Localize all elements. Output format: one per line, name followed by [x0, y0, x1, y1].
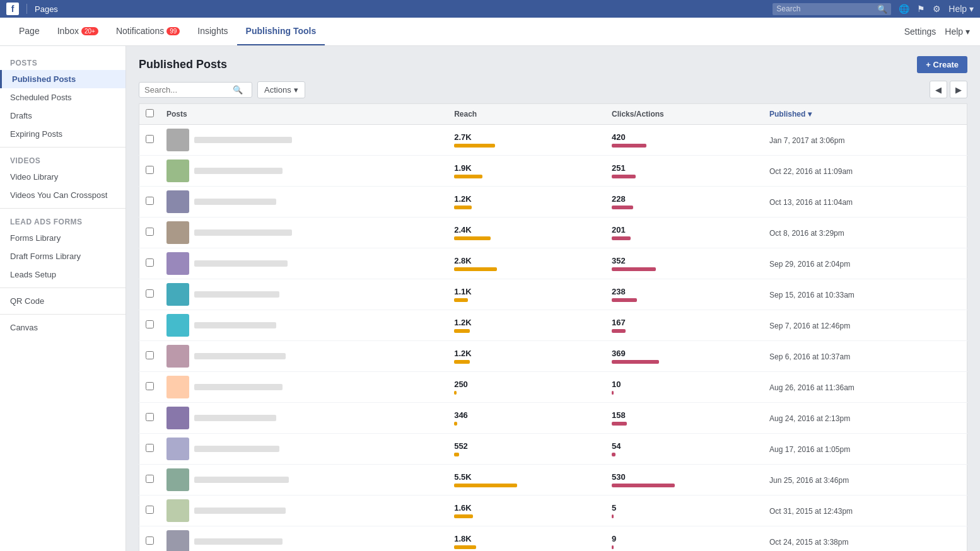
- date-cell: Oct 8, 2016 at 3:29pm: [763, 218, 967, 248]
- global-search-icon[interactable]: 🔍: [877, 4, 887, 14]
- global-search-bar[interactable]: 🔍: [773, 3, 891, 15]
- nav-item-notifications[interactable]: Notifications 99: [107, 18, 189, 45]
- row-checkbox-cell[interactable]: [139, 341, 161, 372]
- sidebar-divider-4: [0, 314, 125, 315]
- global-search-input[interactable]: [776, 4, 877, 13]
- post-thumbnail: [166, 407, 189, 429]
- post-text: [194, 199, 276, 205]
- row-checkbox-cell[interactable]: [139, 156, 161, 187]
- clicks-bar: [612, 453, 615, 456]
- date-cell: Sep 7, 2016 at 12:46pm: [763, 310, 967, 341]
- row-checkbox-cell[interactable]: [139, 403, 161, 434]
- row-checkbox[interactable]: [146, 506, 154, 514]
- published-date: Oct 8, 2016 at 3:29pm: [769, 229, 844, 238]
- post-text: [194, 446, 279, 452]
- clicks-value: 10: [612, 380, 757, 389]
- sidebar-item-qr-code[interactable]: QR Code: [0, 292, 125, 310]
- clicks-cell: 54: [605, 434, 763, 465]
- globe-icon[interactable]: 🌐: [899, 4, 909, 14]
- published-column-header[interactable]: Published ▾: [763, 104, 967, 125]
- reach-cell: 346: [448, 403, 605, 434]
- post-text: [194, 353, 286, 359]
- row-checkbox-cell[interactable]: [139, 465, 161, 496]
- reach-cell: 2.8K: [448, 248, 605, 279]
- sidebar-item-leads-setup[interactable]: Leads Setup: [0, 265, 125, 284]
- post-thumbnail: [166, 345, 189, 368]
- clicks-value: 5: [612, 503, 757, 513]
- row-checkbox-cell[interactable]: [139, 496, 161, 526]
- sidebar: Posts Published Posts Scheduled Posts Dr…: [0, 46, 126, 551]
- row-checkbox[interactable]: [146, 413, 154, 421]
- reach-cell: 5.5K: [448, 465, 605, 496]
- next-page-button[interactable]: ▶: [950, 81, 967, 98]
- settings-nav-btn[interactable]: Settings: [904, 26, 936, 37]
- sidebar-item-published-posts[interactable]: Published Posts: [0, 70, 125, 88]
- actions-button[interactable]: Actions ▾: [257, 81, 305, 98]
- row-checkbox[interactable]: [146, 228, 154, 236]
- sidebar-item-forms-library[interactable]: Forms Library: [0, 229, 125, 247]
- row-checkbox[interactable]: [146, 289, 154, 298]
- prev-page-button[interactable]: ◀: [930, 81, 947, 98]
- sidebar-item-canvas[interactable]: Canvas: [0, 318, 125, 337]
- posts-column-header: Posts: [160, 104, 448, 125]
- date-cell: Oct 31, 2015 at 12:43pm: [763, 496, 967, 526]
- row-checkbox-cell[interactable]: [139, 125, 161, 156]
- create-button[interactable]: + Create: [917, 56, 967, 73]
- post-text: [194, 477, 289, 483]
- sidebar-item-expiring-posts[interactable]: Expiring Posts: [0, 125, 125, 143]
- page-nav: Page Inbox 20+ Notifications 99 Insights…: [0, 18, 980, 46]
- row-checkbox-cell[interactable]: [139, 187, 161, 218]
- search-input[interactable]: [144, 85, 233, 95]
- row-checkbox-cell[interactable]: [139, 434, 161, 465]
- sidebar-item-scheduled-posts[interactable]: Scheduled Posts: [0, 88, 125, 107]
- sidebar-item-videos-crosspost[interactable]: Videos You Can Crosspost: [0, 186, 125, 204]
- post-text: [194, 291, 279, 298]
- row-checkbox-cell[interactable]: [139, 372, 161, 403]
- flag-icon[interactable]: ⚑: [917, 4, 925, 14]
- post-thumbnail: [166, 129, 189, 151]
- post-thumbnail: [166, 314, 189, 337]
- row-checkbox[interactable]: [146, 351, 154, 359]
- clicks-value: 228: [612, 194, 757, 204]
- sidebar-item-video-library[interactable]: Video Library: [0, 168, 125, 186]
- sidebar-item-drafts[interactable]: Drafts: [0, 107, 125, 125]
- row-checkbox[interactable]: [146, 166, 154, 174]
- search-wrap[interactable]: 🔍: [139, 82, 252, 98]
- global-bar: f Pages 🔍 🌐 ⚑ ⚙ Help ▾: [0, 0, 980, 18]
- nav-item-insights[interactable]: Insights: [189, 18, 236, 45]
- row-checkbox[interactable]: [146, 382, 154, 390]
- row-checkbox-cell[interactable]: [139, 279, 161, 310]
- row-checkbox[interactable]: [146, 475, 154, 483]
- row-checkbox[interactable]: [146, 320, 154, 328]
- date-cell: Jun 25, 2016 at 3:46pm: [763, 465, 967, 496]
- published-date: Oct 31, 2015 at 12:43pm: [769, 507, 853, 516]
- row-checkbox-cell[interactable]: [139, 526, 161, 552]
- post-text: [194, 260, 288, 267]
- row-checkbox[interactable]: [146, 444, 154, 452]
- pages-label: Pages: [35, 4, 58, 14]
- help-nav-btn[interactable]: Help ▾: [945, 26, 970, 37]
- published-date: Jan 7, 2017 at 3:06pm: [769, 136, 844, 145]
- gear-icon[interactable]: ⚙: [933, 4, 941, 14]
- published-date: Sep 15, 2016 at 10:33am: [769, 291, 855, 299]
- row-checkbox[interactable]: [146, 536, 154, 545]
- row-checkbox[interactable]: [146, 135, 154, 143]
- sidebar-item-draft-forms-library[interactable]: Draft Forms Library: [0, 247, 125, 265]
- row-checkbox[interactable]: [146, 197, 154, 205]
- row-checkbox[interactable]: [146, 258, 154, 267]
- reach-cell: 1.2K: [448, 341, 605, 372]
- global-bar-right: 🔍 🌐 ⚑ ⚙ Help ▾: [773, 3, 974, 15]
- nav-item-inbox[interactable]: Inbox 20+: [49, 18, 107, 45]
- clicks-value: 167: [612, 318, 757, 327]
- post-thumbnail: [166, 438, 189, 460]
- select-all-checkbox[interactable]: [146, 109, 154, 117]
- nav-item-page[interactable]: Page: [10, 18, 49, 45]
- row-checkbox-cell[interactable]: [139, 310, 161, 341]
- nav-item-publishing-tools[interactable]: Publishing Tools: [237, 18, 325, 45]
- row-checkbox-cell[interactable]: [139, 248, 161, 279]
- post-cell: [160, 310, 448, 341]
- date-cell: Aug 17, 2016 at 1:05pm: [763, 434, 967, 465]
- help-icon[interactable]: Help ▾: [948, 4, 974, 14]
- clicks-value: 352: [612, 256, 757, 265]
- row-checkbox-cell[interactable]: [139, 218, 161, 248]
